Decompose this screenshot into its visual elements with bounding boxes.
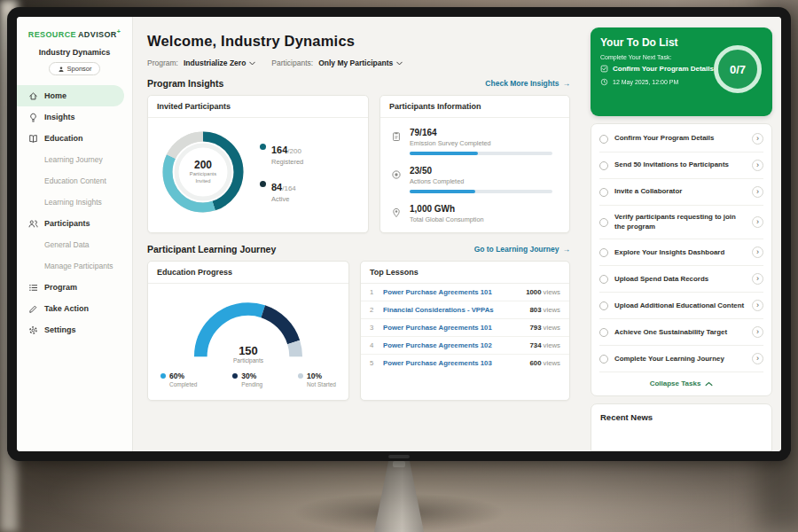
legend-dot — [260, 181, 266, 187]
task-checkbox[interactable] — [599, 275, 608, 284]
arrow-right-icon: → — [563, 79, 571, 88]
chevron-right-icon[interactable]: › — [752, 133, 763, 145]
sidebar-item-take-action[interactable]: Take Action — [17, 298, 132, 319]
legend-item: 84/164 Active — [260, 178, 303, 203]
chevron-right-icon[interactable]: › — [752, 216, 763, 228]
task-checkbox[interactable] — [599, 218, 608, 227]
gauge-center-value: 150 — [182, 344, 315, 357]
check-more-insights-link[interactable]: Check More Insights → — [485, 79, 570, 88]
lesson-row: 5 Power Purchase Agreements 103 600views — [361, 355, 569, 372]
task-item[interactable]: Upload Spend Data Records › — [599, 266, 763, 293]
sidebar: RESOURCEADVISOR+ Industry Dynamics Spons… — [17, 17, 133, 451]
arrow-right-icon: → — [563, 245, 571, 254]
task-item[interactable]: Complete Your Learning Journey › — [599, 346, 763, 372]
book-icon — [28, 134, 38, 144]
survey-icon — [391, 129, 402, 155]
chevron-right-icon[interactable]: › — [752, 353, 763, 364]
collapse-tasks-link[interactable]: Collapse Tasks — [599, 372, 763, 394]
legend-dot — [260, 144, 266, 150]
logo-primary: RESOURCE — [28, 30, 76, 39]
sidebar-item-label: Education — [44, 134, 83, 143]
task-checkbox[interactable] — [599, 188, 608, 197]
journey-cards-row: Education Progress 150 Participants — [147, 261, 570, 401]
donut-center-value: 200 — [194, 159, 212, 171]
invited-donut-chart: 200 Participants Invited — [157, 126, 249, 218]
gear-icon — [28, 325, 38, 335]
chevron-down-icon — [249, 59, 255, 67]
card-title: Participants Information — [380, 96, 569, 118]
legend-item: 30%Pending — [232, 372, 262, 387]
sidebar-item-education-content[interactable]: Education Content — [17, 170, 132, 192]
education-gauge-chart: 150 Participants — [182, 291, 315, 364]
monitor-stand-glint — [393, 461, 405, 467]
task-checkbox[interactable] — [599, 135, 608, 144]
program-select[interactable]: Industrialize Zero — [184, 59, 255, 67]
legend-dot — [232, 373, 238, 379]
todo-column: Your To Do List Complete Your Next Task:… — [582, 17, 781, 451]
chevron-right-icon[interactable]: › — [752, 300, 763, 311]
sidebar-item-label: Settings — [44, 325, 76, 334]
task-checkbox[interactable] — [599, 161, 608, 170]
learning-journey-header: Participant Learning Journey Go to Learn… — [147, 244, 570, 254]
chevron-right-icon[interactable]: › — [752, 246, 763, 258]
sidebar-item-program[interactable]: Program — [17, 277, 132, 298]
task-item[interactable]: Upload Additional Educational Content › — [599, 293, 763, 319]
task-item[interactable]: Verify participants requesting to join t… — [599, 206, 763, 239]
sidebar-item-label: Take Action — [44, 304, 89, 313]
lesson-link[interactable]: Power Purchase Agreements 101 — [383, 288, 519, 296]
legend-item: 164/200 Registered — [260, 141, 303, 166]
card-title: Invited Participants — [148, 96, 368, 118]
sidebar-item-insights[interactable]: Insights — [17, 106, 132, 128]
task-item[interactable]: Achieve One Sustainability Target › — [599, 319, 763, 346]
sidebar-item-label: General Data — [44, 240, 90, 249]
gauge-center-label: Participants — [182, 357, 315, 364]
top-lessons-card: Top Lessons 1 Power Purchase Agreements … — [360, 261, 570, 401]
chevron-right-icon[interactable]: › — [752, 273, 763, 285]
program-insights-header: Program Insights Check More Insights → — [147, 78, 570, 89]
todo-next-task[interactable]: Confirm Your Program Details — [600, 65, 724, 73]
task-item[interactable]: Invite a Collaborator › — [599, 179, 763, 206]
education-progress-card: Education Progress 150 Participants — [147, 261, 349, 401]
sidebar-item-learning-insights[interactable]: Learning Insights — [17, 192, 132, 213]
legend-item: 60%Completed — [160, 372, 197, 387]
insights-cards-row: Invited Participants — [147, 95, 570, 233]
task-checkbox[interactable] — [599, 328, 608, 337]
person-icon — [58, 66, 65, 73]
sidebar-item-general-data[interactable]: General Data — [17, 234, 132, 255]
sidebar-item-label: Insights — [44, 113, 75, 121]
task-checkbox[interactable] — [599, 355, 608, 364]
task-list-card: Confirm Your Program Details › Send 50 I… — [591, 123, 772, 396]
monitor-bezel: RESOURCEADVISOR+ Industry Dynamics Spons… — [7, 7, 791, 461]
task-item[interactable]: Confirm Your Program Details › — [599, 126, 763, 153]
sidebar-item-settings[interactable]: Settings — [17, 319, 132, 340]
lesson-link[interactable]: Financial Considerations - VPPAs — [383, 306, 522, 314]
chevron-right-icon[interactable]: › — [752, 326, 763, 338]
sidebar-item-participants[interactable]: Participants — [17, 213, 132, 234]
task-checkbox[interactable] — [599, 248, 608, 257]
task-item[interactable]: Send 50 Invitations to Participants › — [599, 153, 763, 179]
sponsor-badge: Sponsor — [49, 62, 100, 75]
task-item[interactable]: Explore Your Insights Dashboard › — [599, 239, 763, 266]
lesson-link[interactable]: Power Purchase Agreements 103 — [383, 359, 522, 367]
chevron-down-icon — [396, 59, 403, 67]
legend-item: 10%Not Started — [298, 372, 336, 387]
lesson-link[interactable]: Power Purchase Agreements 101 — [383, 324, 522, 332]
clock-icon — [600, 78, 608, 86]
legend-dot — [298, 373, 303, 379]
progress-bar — [410, 152, 552, 155]
go-to-learning-journey-link[interactable]: Go to Learning Journey → — [474, 245, 570, 254]
sidebar-item-manage-participants[interactable]: Manage Participants — [17, 255, 132, 277]
task-checkbox[interactable] — [599, 301, 608, 310]
participants-select[interactable]: Only My Participants — [318, 59, 403, 67]
lesson-row: 1 Power Purchase Agreements 101 1000view… — [361, 284, 569, 301]
sidebar-item-home[interactable]: Home — [17, 85, 124, 106]
dashboard-screen: RESOURCEADVISOR+ Industry Dynamics Spons… — [17, 17, 781, 451]
sidebar-item-education[interactable]: Education — [17, 128, 132, 149]
gauge-legend: 60%Completed 30%Pending 10%Not Started — [148, 364, 348, 387]
chevron-up-icon — [705, 381, 713, 387]
chevron-right-icon[interactable]: › — [752, 160, 763, 171]
sidebar-item-learning-journey[interactable]: Learning Journey — [17, 149, 132, 170]
lesson-link[interactable]: Power Purchase Agreements 102 — [383, 341, 522, 349]
lesson-row: 2 Financial Considerations - VPPAs 803vi… — [361, 301, 569, 319]
chevron-right-icon[interactable]: › — [752, 186, 763, 198]
